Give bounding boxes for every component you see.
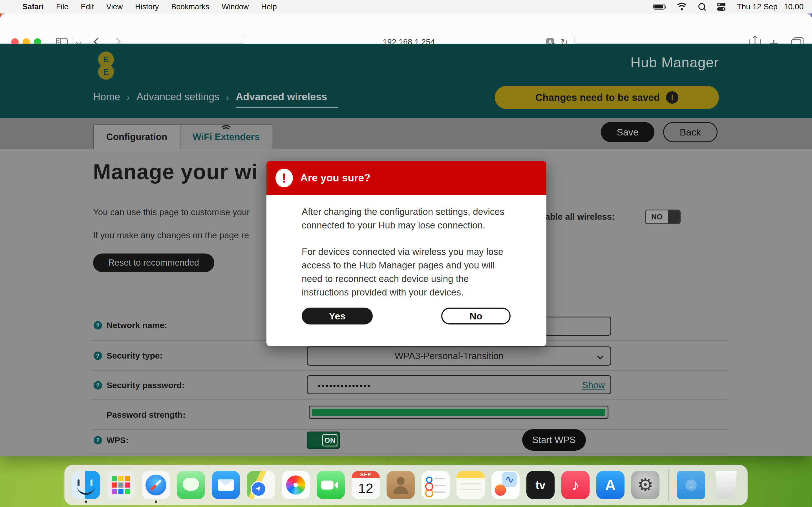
show-password-link[interactable]: Show bbox=[582, 380, 605, 390]
ee-logo-circle-bottom: E bbox=[98, 64, 114, 80]
back-button[interactable]: Back bbox=[663, 122, 718, 142]
security-type-value: WPA3-Personal-Transition bbox=[308, 347, 610, 365]
launchpad-dock-icon[interactable] bbox=[107, 471, 135, 499]
menu-view[interactable]: View bbox=[106, 3, 123, 11]
apple-tv-dock-icon[interactable] bbox=[526, 471, 555, 499]
running-indicator bbox=[155, 501, 157, 503]
security-password-input[interactable]: •••••••••••••• Show bbox=[307, 375, 611, 394]
intro-paragraph-1: You can use this page to customise your bbox=[93, 207, 250, 217]
toggle-value: NO bbox=[646, 210, 668, 223]
dialog-title: Are you sure? bbox=[300, 172, 370, 184]
menu-bar-date: Thu 12 Sep bbox=[737, 2, 777, 11]
changes-banner: Changes need to be saved ! bbox=[495, 86, 719, 109]
toggle-knob bbox=[668, 210, 680, 223]
password-strength-meter bbox=[309, 406, 608, 419]
reminders-dock-icon[interactable] bbox=[421, 471, 450, 499]
row-divider bbox=[91, 370, 728, 371]
finder-dock-icon[interactable] bbox=[72, 471, 100, 499]
facetime-dock-icon[interactable] bbox=[317, 471, 345, 499]
warning-icon: ! bbox=[275, 169, 293, 187]
app-store-dock-icon[interactable] bbox=[596, 471, 624, 499]
menu-safari[interactable]: Safari bbox=[22, 3, 44, 11]
menu-file[interactable]: File bbox=[56, 3, 68, 11]
running-indicator bbox=[85, 501, 87, 503]
changes-banner-text: Changes need to be saved bbox=[536, 92, 660, 103]
dialog-header: ! Are you sure? bbox=[266, 161, 546, 195]
battery-icon[interactable] bbox=[653, 4, 665, 10]
calendar-month: SEP bbox=[352, 471, 380, 478]
row-divider bbox=[91, 429, 728, 430]
security-password-label: Security password: bbox=[107, 381, 185, 390]
start-wps-button[interactable]: Start WPS bbox=[522, 429, 586, 451]
tab-configuration[interactable]: Configuration bbox=[93, 124, 181, 149]
help-icon[interactable]: ? bbox=[94, 321, 102, 330]
intro-paragraph-2: If you make any changes on the page re bbox=[93, 230, 249, 240]
menu-bar: Safari File Edit View History Bookmarks … bbox=[0, 0, 812, 13]
reset-to-recommended-button[interactable]: Reset to recommended bbox=[93, 253, 214, 272]
breadcrumb: Home › Advanced settings › Advanced wire… bbox=[93, 91, 338, 108]
page-heading: Manage your wi bbox=[93, 159, 258, 184]
system-settings-dock-icon[interactable] bbox=[631, 471, 659, 499]
wps-label: WPS: bbox=[107, 436, 129, 445]
menu-bookmarks[interactable]: Bookmarks bbox=[171, 3, 209, 11]
menu-bar-clock[interactable]: Thu 12 Sep 10.00 bbox=[737, 2, 804, 11]
security-type-dropdown[interactable]: WPA3-Personal-Transition bbox=[307, 346, 611, 365]
menu-bar-left: Safari File Edit View History Bookmarks … bbox=[0, 3, 277, 11]
menu-bar-status: Thu 12 Sep 10.00 bbox=[653, 2, 812, 11]
breadcrumb-home[interactable]: Home bbox=[93, 91, 120, 103]
wps-toggle-value: ON bbox=[322, 434, 338, 446]
menu-window[interactable]: Window bbox=[221, 3, 249, 11]
freeform-dock-icon[interactable] bbox=[492, 471, 520, 499]
save-button[interactable]: Save bbox=[601, 122, 654, 142]
menu-bar-time: 10.00 bbox=[784, 2, 804, 11]
breadcrumb-advanced-settings[interactable]: Advanced settings bbox=[137, 91, 219, 103]
page-title: Hub Manager bbox=[630, 54, 719, 71]
disable-all-wireless-toggle[interactable]: NO bbox=[645, 210, 680, 224]
help-icon[interactable]: ? bbox=[94, 436, 102, 445]
wps-toggle[interactable]: ON bbox=[307, 432, 340, 449]
calendar-dock-icon[interactable]: SEP 12 bbox=[352, 471, 380, 499]
tab-wifi-extenders[interactable]: WiFi Extenders bbox=[181, 124, 272, 149]
help-icon[interactable]: ? bbox=[94, 351, 102, 360]
menu-help[interactable]: Help bbox=[261, 3, 277, 11]
site-toolbar: Configuration WiFi Extenders Save Back bbox=[0, 118, 812, 149]
maps-dock-icon[interactable] bbox=[247, 471, 275, 499]
music-dock-icon[interactable] bbox=[561, 471, 590, 499]
spotlight-search-icon[interactable] bbox=[698, 3, 706, 10]
row-divider bbox=[91, 453, 728, 454]
no-button[interactable]: No bbox=[441, 307, 511, 325]
ee-logo: E E bbox=[98, 52, 114, 80]
site-header: E E Hub Manager Home › Advanced settings… bbox=[0, 44, 812, 118]
menu-edit[interactable]: Edit bbox=[81, 3, 94, 11]
calendar-day: 12 bbox=[352, 478, 380, 499]
wifi-icon[interactable] bbox=[676, 3, 687, 11]
password-strength-label: Password strength: bbox=[107, 410, 186, 420]
contacts-dock-icon[interactable] bbox=[387, 471, 415, 499]
messages-dock-icon[interactable] bbox=[177, 471, 205, 499]
security-type-label: Security type: bbox=[107, 351, 162, 360]
mail-dock-icon[interactable] bbox=[212, 471, 240, 499]
trash-dock-icon[interactable] bbox=[712, 471, 740, 499]
dock: SEP 12 bbox=[64, 465, 748, 505]
network-name-label: Network name: bbox=[107, 321, 167, 330]
dialog-paragraph-1: After changing the configuration setting… bbox=[302, 205, 513, 232]
menu-history[interactable]: History bbox=[135, 3, 159, 11]
photos-dock-icon[interactable] bbox=[282, 471, 310, 499]
browser-toolbar: 192.168.1.254 A ↻ + bbox=[0, 13, 812, 44]
password-strength-fill bbox=[312, 409, 605, 416]
breadcrumb-advanced-wireless: Advanced wireless bbox=[236, 91, 338, 108]
yes-button[interactable]: Yes bbox=[302, 307, 373, 325]
help-icon[interactable]: ? bbox=[94, 381, 102, 390]
control-center-icon[interactable] bbox=[717, 3, 725, 11]
notes-dock-icon[interactable] bbox=[456, 471, 485, 499]
breadcrumb-separator: › bbox=[226, 93, 229, 102]
row-divider bbox=[91, 399, 728, 400]
safari-dock-icon[interactable] bbox=[142, 471, 170, 499]
confirmation-dialog: ! Are you sure? After changing the confi… bbox=[266, 161, 546, 346]
downloads-folder-dock-icon[interactable] bbox=[677, 471, 705, 499]
masked-password: •••••••••••••• bbox=[318, 381, 371, 391]
exclamation-icon: ! bbox=[666, 91, 678, 104]
dialog-paragraph-2: For devices connected via wireless you m… bbox=[302, 245, 513, 299]
dialog-body: After changing the configuration setting… bbox=[266, 195, 515, 299]
dock-divider bbox=[668, 469, 668, 501]
